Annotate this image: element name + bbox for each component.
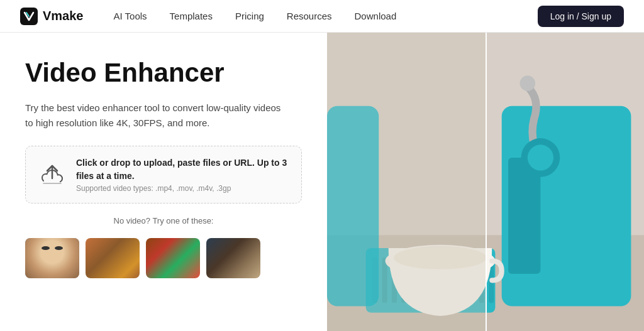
before-after-compare bbox=[327, 33, 644, 331]
logo-text: Vmake bbox=[43, 9, 84, 23]
svg-point-23 bbox=[528, 144, 553, 170]
upload-sub-text: Supported video types: .mp4, .mov, .m4v,… bbox=[76, 184, 289, 193]
login-signup-button[interactable]: Log in / Sign up bbox=[538, 6, 624, 27]
svg-rect-25 bbox=[327, 106, 379, 307]
main-content: Video Enhancer Try the best video enhanc… bbox=[0, 33, 644, 331]
right-panel-image bbox=[327, 33, 644, 331]
logo[interactable]: Vmake bbox=[20, 8, 84, 25]
nav-item-download[interactable]: Download bbox=[355, 11, 397, 21]
sample-thumb-3[interactable] bbox=[146, 238, 200, 278]
upload-main-text: Click or drop to upload, paste files or … bbox=[76, 156, 289, 183]
compare-divider bbox=[486, 33, 487, 331]
svg-point-21 bbox=[520, 75, 536, 91]
nav-item-ai-tools[interactable]: AI Tools bbox=[114, 11, 147, 21]
nav-item-resources[interactable]: Resources bbox=[287, 11, 332, 21]
nav-item-templates[interactable]: Templates bbox=[170, 11, 213, 21]
sample-thumb-4[interactable] bbox=[206, 238, 260, 278]
nav-links: AI Tools Templates Pricing Resources Dow… bbox=[114, 11, 538, 21]
thumb-face-visual bbox=[25, 238, 79, 278]
upload-icon bbox=[38, 161, 66, 188]
navbar: Vmake AI Tools Templates Pricing Resourc… bbox=[0, 0, 644, 33]
upload-text-area: Click or drop to upload, paste files or … bbox=[76, 156, 289, 193]
sample-thumbs bbox=[25, 238, 302, 278]
left-panel: Video Enhancer Try the best video enhanc… bbox=[0, 33, 327, 331]
upload-dropzone[interactable]: Click or drop to upload, paste files or … bbox=[25, 146, 302, 203]
sample-thumb-2[interactable] bbox=[86, 238, 140, 278]
hero-subtitle: Try the best video enhancer tool to conv… bbox=[25, 100, 289, 131]
nav-item-pricing[interactable]: Pricing bbox=[235, 11, 264, 21]
page-title: Video Enhancer bbox=[25, 58, 302, 88]
sample-thumb-1[interactable] bbox=[25, 238, 79, 278]
vmake-logo-icon bbox=[20, 8, 38, 25]
no-video-label: No video? Try one of these: bbox=[25, 216, 302, 225]
